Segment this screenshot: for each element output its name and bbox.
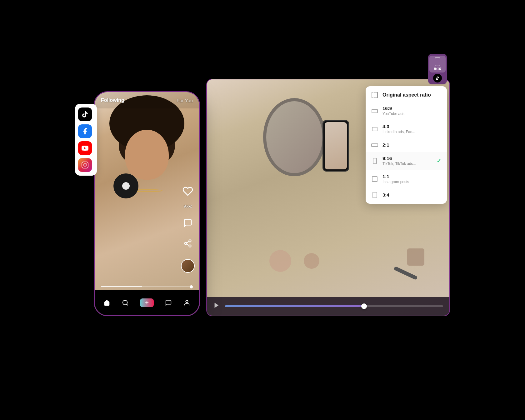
nav-add[interactable]: + <box>140 298 154 307</box>
avatar-small[interactable] <box>181 259 195 273</box>
aspect-sub-11: Instagram posts <box>382 180 441 185</box>
aspect-name-21: 2:1 <box>382 142 441 148</box>
tiktok-ratio-icon[interactable] <box>433 74 442 82</box>
aspect-name-169: 16:9 <box>382 106 441 111</box>
svg-point-11 <box>186 300 188 302</box>
play-button[interactable] <box>213 302 220 311</box>
rect-169 <box>372 109 378 113</box>
aspect-text-169: 16:9 YouTube ads <box>382 106 441 117</box>
aspect-text-21: 2:1 <box>382 142 441 148</box>
aspect-item-34[interactable]: 3:4 <box>366 188 447 202</box>
svg-line-7 <box>187 244 189 246</box>
face-shape <box>125 130 169 180</box>
ratio-label-916: 9:16 <box>434 67 441 71</box>
aspect-name-34: 3:4 <box>382 192 441 198</box>
svg-point-6 <box>189 245 191 247</box>
aspect-text-916: 9:16 TikTok, TikTok ads... <box>382 156 432 167</box>
svg-rect-1 <box>82 162 88 168</box>
heart-icon[interactable] <box>182 186 193 198</box>
timeline-thumb[interactable] <box>361 303 367 309</box>
aspect-item-169[interactable]: 16:9 YouTube ads <box>366 102 447 120</box>
share-icon[interactable] <box>183 239 192 249</box>
ratio-selector-small: 9:16 <box>428 54 447 84</box>
sidebar-item-youtube[interactable] <box>78 141 92 155</box>
original-rect-icon <box>372 92 378 98</box>
aspect-icon-21 <box>371 142 378 148</box>
aspect-icon-169 <box>371 108 378 114</box>
aspect-item-916[interactable]: 9:16 TikTok, TikTok ads... ✓ <box>366 152 447 170</box>
aspect-name-43: 4:3 <box>382 124 441 129</box>
progress-bar[interactable] <box>101 286 193 287</box>
svg-line-8 <box>187 242 189 243</box>
aspect-text-34: 3:4 <box>382 192 441 198</box>
aspect-item-21[interactable]: 2:1 <box>366 138 447 152</box>
aspect-icon-916 <box>371 158 378 164</box>
aspect-icon-34 <box>371 192 378 198</box>
rect-916 <box>373 158 377 164</box>
sidebar-item-facebook[interactable] <box>78 124 92 138</box>
aspect-sub-43: LinkedIn ads, Fac... <box>382 130 441 135</box>
svg-marker-12 <box>215 303 219 308</box>
nav-profile[interactable] <box>183 299 190 306</box>
like-count: 9652 <box>184 204 192 208</box>
aspect-sub-169: YouTube ads <box>382 112 441 117</box>
rect-43 <box>372 127 378 131</box>
aspect-sub-916: TikTok, TikTok ads... <box>382 162 432 167</box>
aspect-text-original: Original aspect ratio <box>382 92 441 98</box>
timeline-track[interactable] <box>225 305 443 307</box>
comment-icon[interactable] <box>183 218 192 229</box>
video-playback <box>207 297 449 316</box>
aspect-item-original[interactable]: Original aspect ratio <box>366 88 447 102</box>
action-buttons: 9652 <box>181 186 195 273</box>
sidebar-item-instagram[interactable] <box>78 158 92 172</box>
progress-thumb <box>190 285 193 288</box>
svg-point-2 <box>84 164 86 166</box>
ratio-option-916[interactable]: 9:16 <box>429 56 446 72</box>
aspect-text-11: 1:1 Instagram posts <box>382 174 441 185</box>
social-sidebar <box>75 104 97 176</box>
aspect-name-916: 9:16 <box>382 156 432 161</box>
nav-messages[interactable] <box>165 299 172 306</box>
aspect-name-original: Original aspect ratio <box>382 92 441 98</box>
tab-following[interactable]: Following <box>101 98 124 103</box>
tab-foryou[interactable]: For You <box>177 98 193 103</box>
phone-bottom-nav: + <box>95 290 199 315</box>
ratio-rect-916 <box>435 58 440 66</box>
svg-line-10 <box>127 304 128 305</box>
phone-screen: Following For You <box>95 92 199 315</box>
aspect-name-11: 1:1 <box>382 174 441 179</box>
rect-21 <box>371 143 378 147</box>
svg-point-3 <box>87 163 87 164</box>
rect-34 <box>372 192 377 198</box>
aspect-item-11[interactable]: 1:1 Instagram posts <box>366 170 447 188</box>
aspect-icon-43 <box>371 126 378 132</box>
aspect-panel-container: 9:16 Original aspect ratio <box>366 54 447 204</box>
aspect-text-43: 4:3 LinkedIn ads, Fac... <box>382 124 441 135</box>
svg-point-5 <box>185 242 187 245</box>
timeline-fill <box>225 305 367 307</box>
aspect-icon-11 <box>371 176 378 182</box>
aspect-ratio-dropdown: Original aspect ratio 16:9 YouTube ads <box>366 86 447 204</box>
phone-mockup: Following For You <box>94 91 200 316</box>
sidebar-item-tiktok[interactable] <box>78 108 92 121</box>
phone-top-bar: Following For You <box>95 92 199 108</box>
svg-point-9 <box>122 300 127 305</box>
svg-point-4 <box>189 240 191 242</box>
aspect-item-43[interactable]: 4:3 LinkedIn ads, Fac... <box>366 120 447 138</box>
aspect-check-916: ✓ <box>437 158 441 164</box>
nav-search[interactable] <box>122 299 129 306</box>
scene: Following For You <box>75 54 450 366</box>
progress-fill <box>101 286 142 287</box>
aspect-icon-original <box>371 92 378 98</box>
rect-11 <box>372 176 378 182</box>
nav-home[interactable] <box>103 299 110 306</box>
